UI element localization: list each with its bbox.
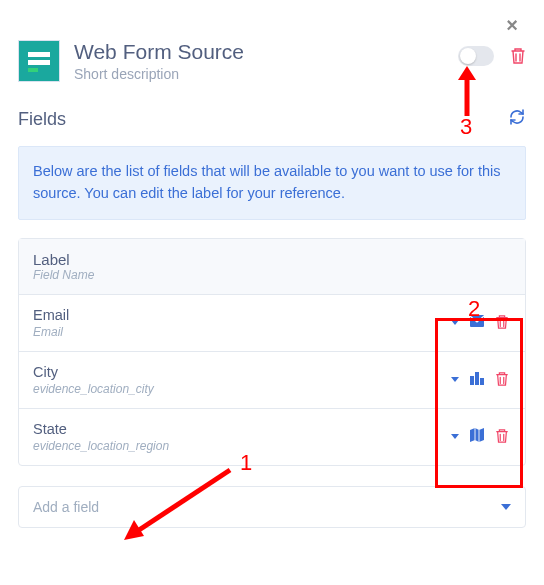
svg-rect-6 xyxy=(480,378,484,385)
svg-rect-3 xyxy=(470,315,484,327)
info-message: Below are the list of fields that will b… xyxy=(18,146,526,220)
field-row: State evidence_location_region xyxy=(19,409,525,465)
field-name: evidence_location_city xyxy=(33,382,451,396)
svg-rect-5 xyxy=(475,372,479,385)
field-name: evidence_location_region xyxy=(33,439,451,453)
email-icon[interactable] xyxy=(469,314,485,332)
add-field-placeholder: Add a field xyxy=(33,499,99,515)
header-label: Label xyxy=(33,251,511,268)
svg-rect-4 xyxy=(470,376,474,385)
panel-header: Web Form Source Short description xyxy=(0,0,544,92)
panel-subtitle: Short description xyxy=(74,66,458,82)
chevron-down-icon[interactable] xyxy=(451,377,459,382)
svg-rect-0 xyxy=(28,52,50,57)
city-icon[interactable] xyxy=(469,370,485,390)
fields-section-title: Fields xyxy=(18,109,66,130)
toggle-knob xyxy=(460,48,476,64)
field-label[interactable]: City xyxy=(33,364,451,380)
chevron-down-icon xyxy=(501,504,511,510)
refresh-button[interactable] xyxy=(508,108,526,130)
delete-field-button[interactable] xyxy=(495,314,511,332)
source-toggle[interactable] xyxy=(458,46,494,66)
field-name: Email xyxy=(33,325,451,339)
panel-title: Web Form Source xyxy=(74,40,458,64)
delete-field-button[interactable] xyxy=(495,428,511,446)
fields-section-header: Fields xyxy=(0,92,544,138)
field-label[interactable]: Email xyxy=(33,307,451,323)
svg-rect-2 xyxy=(28,68,38,72)
field-row: Email Email xyxy=(19,295,525,352)
add-field-select[interactable]: Add a field xyxy=(18,486,526,528)
field-row: City evidence_location_city xyxy=(19,352,525,409)
webform-icon xyxy=(18,40,60,82)
header-sublabel: Field Name xyxy=(33,268,511,282)
map-icon[interactable] xyxy=(469,427,485,447)
delete-source-button[interactable] xyxy=(510,47,526,65)
chevron-down-icon[interactable] xyxy=(451,320,459,325)
chevron-down-icon[interactable] xyxy=(451,434,459,439)
field-list: Label Field Name Email Email City eviden… xyxy=(18,238,526,466)
field-label[interactable]: State xyxy=(33,421,451,437)
close-button[interactable]: × xyxy=(506,14,518,37)
svg-rect-1 xyxy=(28,60,50,65)
delete-field-button[interactable] xyxy=(495,371,511,389)
field-list-header: Label Field Name xyxy=(19,239,525,295)
